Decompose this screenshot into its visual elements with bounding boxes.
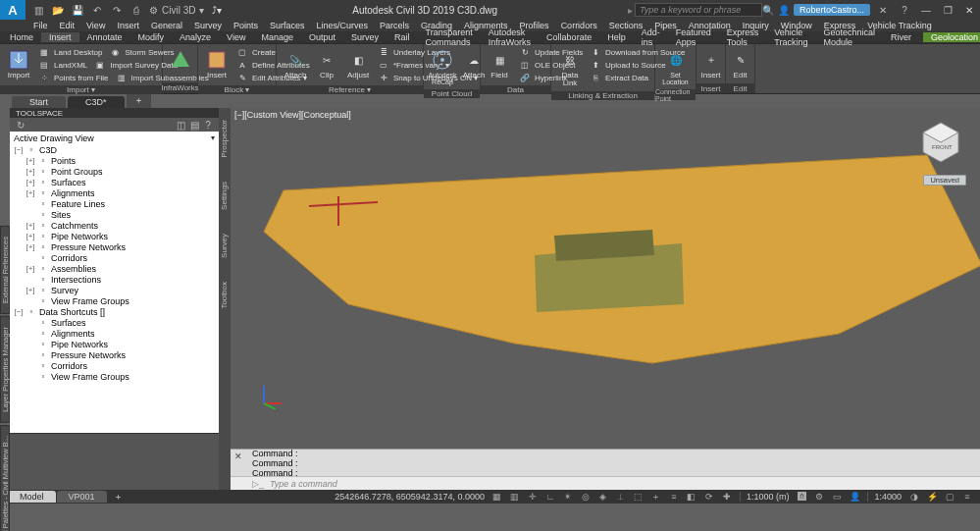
vt-insert-button[interactable]: ＋Insert (696, 46, 726, 81)
tree-node-alignments[interactable]: ▫Alignments (10, 328, 219, 339)
ribbon-tab-home[interactable]: Home (2, 32, 41, 42)
toolspace-tab-prospector[interactable]: Prospector (219, 108, 231, 170)
close-button[interactable]: ✕ (960, 2, 978, 18)
tree-node-pressurenetworks[interactable]: ▫Pressure Networks (10, 349, 219, 360)
field-button[interactable]: ▦Field (485, 46, 514, 81)
tree-expander-icon[interactable]: [+] (26, 221, 35, 230)
qat-undo-icon[interactable]: ↶ (88, 2, 106, 18)
layout-tab-model[interactable]: Model (8, 491, 56, 503)
menu-file[interactable]: File (27, 21, 54, 30)
ribbon-tab-modify[interactable]: Modify (130, 32, 173, 42)
status-3dosnap-icon[interactable]: ◈ (596, 491, 610, 503)
tree-expander-icon[interactable]: [+] (26, 264, 35, 273)
insert-button[interactable]: Insert (202, 46, 232, 81)
viewport-controls[interactable]: [−][Custom View][Conceptual] (234, 110, 351, 120)
ribbon-tab-survey[interactable]: Survey (343, 32, 387, 42)
tree-node-pointgroups[interactable]: [+]▫Point Groups (10, 166, 219, 177)
tree-node-pipenetworks[interactable]: ▫Pipe Networks (10, 339, 219, 349)
app-icon[interactable]: A (0, 0, 26, 20)
tree-node-viewframegroups[interactable]: ▫View Frame Groups (10, 295, 219, 306)
status-otrack-icon[interactable]: ⟂ (614, 491, 628, 503)
ribbon-tab-annotate[interactable]: Annotate (79, 32, 130, 42)
status-dyn-icon[interactable]: ＋ (649, 491, 663, 503)
ribbon-tab-rail[interactable]: Rail (387, 32, 418, 42)
import-button[interactable]: Import (4, 46, 33, 81)
tree-node-pressurenetworks[interactable]: [+]▫Pressure Networks (10, 241, 219, 252)
ribbon-tab-vehicletracking[interactable]: Vehicle Tracking (766, 27, 815, 47)
panel-title-import[interactable]: Import ▾ (0, 85, 162, 94)
toolspace-view-dropdown[interactable]: Active Drawing View (10, 132, 219, 144)
recap-button[interactable]: Autodesk ReCap (428, 46, 457, 87)
adjust-button[interactable]: ◧Adjust (343, 46, 373, 81)
tree-expander-icon[interactable]: [+] (26, 242, 35, 251)
tree-node-survey[interactable]: [+]▫Survey (10, 285, 219, 295)
status-view-scale[interactable]: 1:4000 (867, 492, 907, 502)
menu-linescurves[interactable]: Lines/Curves (311, 21, 375, 30)
land-desktop-button[interactable]: ▦Land Desktop (35, 46, 104, 58)
ribbon-tab-output[interactable]: Output (301, 32, 343, 42)
palette-rail-layerpropertiesmanag[interactable]: Layer Properties Manager (0, 316, 10, 423)
menu-general[interactable]: General (145, 21, 188, 30)
tree-node-alignments[interactable]: [+]▫Alignments (10, 187, 219, 198)
status-hardware-icon[interactable]: ⚡ (925, 491, 939, 503)
clip-button[interactable]: ✂Clip (312, 46, 341, 81)
tree-node-assemblies[interactable]: [+]▫Assemblies (10, 263, 219, 274)
palette-rail-externalreferences[interactable]: External References (0, 226, 10, 314)
tree-node-datashortcuts[interactable]: [−]▫Data Shortcuts [] (10, 306, 219, 317)
tree-node-catchments[interactable]: [+]▫Catchments (10, 220, 219, 231)
points-from-file-button[interactable]: ⁘Points from File (35, 72, 111, 83)
vt-edit-button[interactable]: ✎Edit (726, 46, 755, 81)
minimize-button[interactable]: — (917, 2, 935, 18)
ribbon-tab-insert[interactable]: Insert (41, 32, 79, 42)
toolspace-tab-survey[interactable]: Survey (219, 222, 231, 270)
infocenter-search-icon[interactable]: 🔍 (762, 5, 774, 16)
status-polar-icon[interactable]: ✴ (561, 491, 575, 503)
palette-rail-toolpalettescivilmul[interactable]: Tool Palettes - Civil Multiview B... (0, 425, 10, 531)
command-line-input[interactable]: ▷_ Type a command (231, 476, 980, 490)
attach-button[interactable]: 📎Attach (281, 46, 310, 81)
ts-prospector-icon[interactable]: ◫ (174, 119, 187, 131)
tree-node-cd[interactable]: [−]▫C3D (10, 144, 219, 155)
tree-node-surfaces[interactable]: ▫Surfaces (10, 317, 219, 328)
data-link-button[interactable]: ⛓Data Link (555, 46, 585, 89)
status-ortho-icon[interactable]: ∟ (543, 491, 557, 503)
viewcube[interactable]: FRONT (919, 120, 962, 163)
tree-node-corridors[interactable]: ▫Corridors (10, 360, 219, 371)
menu-view[interactable]: View (80, 21, 111, 30)
qat-new-icon[interactable]: ▥ (29, 2, 47, 18)
panel-title-reference[interactable]: Reference ▾ (277, 85, 423, 94)
status-isolate-icon[interactable]: ◑ (907, 491, 921, 503)
status-gear-icon[interactable]: ⚙ (812, 491, 826, 503)
tree-node-viewframegroups[interactable]: ▫View Frame Groups (10, 371, 219, 382)
tree-node-surfaces[interactable]: [+]▫Surfaces (10, 177, 219, 187)
tree-expander-icon[interactable]: [+] (26, 286, 35, 294)
toolspace-tab-toolbox[interactable]: Toolbox (219, 270, 231, 321)
panel-title-block[interactable]: Block ▾ (198, 85, 276, 94)
menu-survey[interactable]: Survey (188, 21, 228, 30)
doc-tab-start[interactable]: Start (12, 96, 66, 108)
status-anno-scale[interactable]: 1:1000 (m) (740, 492, 796, 502)
menu-parcels[interactable]: Parcels (374, 21, 415, 30)
qat-save-icon[interactable]: 💾 (69, 2, 86, 18)
tree-expander-icon[interactable]: [+] (26, 156, 35, 165)
ribbon-tab-analyze[interactable]: Analyze (172, 32, 219, 42)
cmdline-close-icon[interactable]: ✕ (234, 451, 246, 461)
workspace-dropdown[interactable]: ⚙ Civil 3D ▾ (145, 5, 208, 16)
layout-tab-vp001[interactable]: VP001 (57, 491, 107, 503)
status-workspace-icon[interactable]: ▭ (830, 491, 844, 503)
ribbon-tab-geotechnicalmodule[interactable]: Geotechnical Module (815, 27, 883, 47)
status-cycle-icon[interactable]: ⟳ (702, 491, 716, 503)
ts-refresh-icon[interactable]: ↻ (14, 119, 27, 131)
status-lwt-icon[interactable]: ≡ (667, 491, 681, 503)
tree-expander-icon[interactable]: [+] (26, 178, 35, 186)
help-search-input[interactable]: Type a keyword or phrase (635, 3, 762, 17)
ribbon-tab-manage[interactable]: Manage (253, 32, 301, 42)
menu-surfaces[interactable]: Surfaces (264, 21, 311, 30)
exchange-icon[interactable]: ✕ (874, 2, 892, 18)
status-custom-icon[interactable]: ≡ (960, 491, 974, 503)
tree-expander-icon[interactable]: [+] (26, 167, 35, 176)
status-annomon-icon[interactable]: ✚ (720, 491, 734, 503)
model-viewport[interactable]: [−][Custom View][Conceptual] FRONT Unsav… (231, 108, 980, 449)
status-snap-icon[interactable]: ✛ (526, 491, 540, 503)
ts-settings-icon[interactable]: ▤ (187, 119, 201, 131)
